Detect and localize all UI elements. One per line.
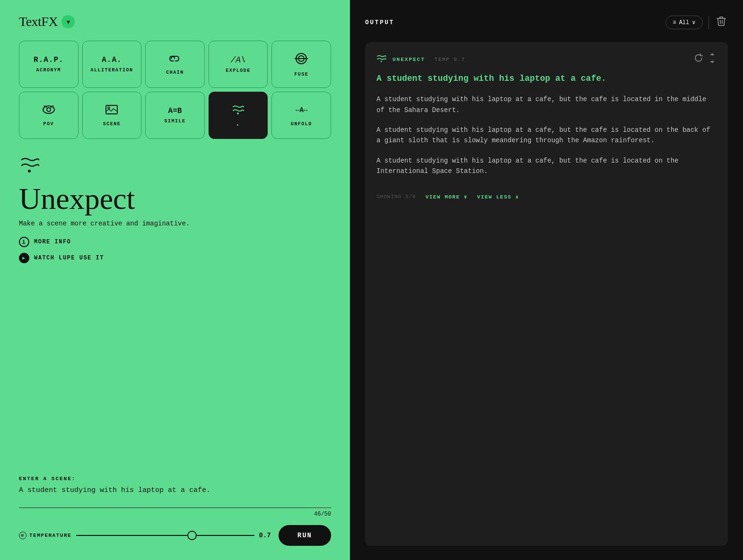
char-count: 46/50 <box>19 511 331 517</box>
input-section: ENTER A SCENE: A student studying with h… <box>19 466 331 546</box>
tool-unfold[interactable]: ↔A↔ UNFOLD <box>271 92 331 139</box>
svg-point-10 <box>381 61 382 62</box>
simile-label: SIMILE <box>164 119 185 124</box>
pov-label: POV <box>44 121 54 127</box>
tool-grid: R.A.P. ACRONYM A.A. ALLITERATION CHAIN /… <box>19 41 331 139</box>
scene-icon <box>105 104 118 118</box>
explode-label: EXPLODE <box>226 68 251 73</box>
more-info-link[interactable]: i MORE INFO <box>19 237 331 247</box>
selected-tool-desc: Make a scene more creative and imaginati… <box>19 220 331 227</box>
filter-label: All <box>679 19 690 26</box>
card-temp: TEMP 0.7 <box>435 57 465 62</box>
temperature-label: ⊙ TEMPERATURE <box>19 532 71 539</box>
app-header: TextFX ▾ <box>19 14 331 29</box>
svg-text:↔A↔: ↔A↔ <box>296 106 308 114</box>
tool-scene[interactable]: SCENE <box>82 92 142 139</box>
view-more-button[interactable]: VIEW MORE ∨ <box>426 194 468 200</box>
temperature-slider[interactable] <box>76 535 254 536</box>
tool-alliteration[interactable]: A.A. ALLITERATION <box>82 41 142 88</box>
fuse-label: FUSE <box>294 72 308 77</box>
rap-label: ACRONYM <box>36 68 61 73</box>
scene-label: SCENE <box>103 121 121 127</box>
input-underline <box>19 508 331 508</box>
dropdown-button[interactable]: ▾ <box>61 15 75 28</box>
scene-input[interactable]: A student studying with his laptop at a … <box>19 486 331 502</box>
svg-point-6 <box>108 107 110 109</box>
tool-chain[interactable]: CHAIN <box>145 41 205 88</box>
selected-tool-section: Unexpect Make a scene more creative and … <box>19 154 331 263</box>
card-tool-name: UNEXPECT <box>393 57 425 62</box>
alliteration-icon: A.A. <box>102 56 122 64</box>
svg-point-7 <box>237 112 239 114</box>
play-icon: ▶ <box>19 253 29 263</box>
svg-rect-5 <box>106 105 117 114</box>
filter-chevron: ∨ <box>692 19 695 26</box>
bottom-controls: ⊙ TEMPERATURE 0.7 RUN <box>19 525 331 546</box>
delete-button[interactable] <box>715 14 728 31</box>
svg-point-3 <box>43 106 54 113</box>
card-header-left: UNEXPECT TEMP 0.7 <box>376 53 465 65</box>
left-panel: TextFX ▾ R.A.P. ACRONYM A.A. ALLITERATIO… <box>0 0 350 560</box>
tool-pov[interactable]: POV <box>19 92 79 139</box>
expand-button[interactable] <box>708 53 717 65</box>
output-controls: ≡ All ∨ <box>665 14 728 31</box>
pov-icon <box>42 104 55 118</box>
info-icon: i <box>19 237 29 247</box>
explode-icon: /A\ <box>230 56 245 64</box>
temperature-thumb[interactable] <box>187 531 197 540</box>
card-header: UNEXPECT TEMP 0.7 <box>376 53 717 65</box>
fuse-icon <box>295 52 308 68</box>
selected-tool-icon <box>19 154 331 180</box>
output-card: UNEXPECT TEMP 0.7 <box>365 42 728 546</box>
alliteration-label: ALLITERATION <box>90 68 133 73</box>
card-actions <box>694 53 717 65</box>
chain-icon <box>169 54 181 66</box>
watch-label: WATCH LUPE USE IT <box>34 255 104 261</box>
run-button[interactable]: RUN <box>279 525 331 546</box>
unfold-label: UNFOLD <box>291 121 312 127</box>
output-title: OUTPUT <box>365 19 394 26</box>
output-item-3: A student studying with his laptop at a … <box>376 155 717 177</box>
tool-fuse[interactable]: FUSE <box>271 41 331 88</box>
showing-count: SHOWING 3/8 <box>376 194 416 199</box>
filter-icon: ≡ <box>673 19 676 26</box>
temperature-value: 0.7 <box>259 532 271 539</box>
selected-tool-name: Unexpect <box>19 184 331 214</box>
temperature-section: ⊙ TEMPERATURE 0.7 <box>19 532 271 539</box>
tool-rap[interactable]: R.A.P. ACRONYM <box>19 41 79 88</box>
controls-divider <box>708 16 709 29</box>
unexpect-icon <box>231 103 245 119</box>
card-tool-icon <box>376 53 387 65</box>
unfold-icon: ↔A↔ <box>295 104 308 118</box>
watch-link[interactable]: ▶ WATCH LUPE USE IT <box>19 253 331 263</box>
right-panel: OUTPUT ≡ All ∨ <box>350 0 743 560</box>
rap-icon: R.A.P. <box>34 56 64 64</box>
card-footer: SHOWING 3/8 VIEW MORE ∨ VIEW LESS ∧ <box>376 186 717 200</box>
output-item-2: A student studying with his laptop at a … <box>376 125 717 146</box>
simile-icon: A=B <box>168 107 182 115</box>
card-title: A student studying with his laptop at a … <box>376 73 717 85</box>
output-item-1: A student studying with his laptop at a … <box>376 94 717 115</box>
svg-point-4 <box>47 108 51 112</box>
refresh-button[interactable] <box>694 53 703 65</box>
tool-explode[interactable]: /A\ EXPLODE <box>209 41 268 88</box>
view-less-button[interactable]: VIEW LESS ∧ <box>477 194 519 200</box>
temperature-icon: ⊙ <box>19 532 26 539</box>
unexpect-label: • <box>236 123 240 128</box>
input-label: ENTER A SCENE: <box>19 476 331 482</box>
info-links: i MORE INFO ▶ WATCH LUPE USE IT <box>19 237 331 263</box>
filter-button[interactable]: ≡ All ∨ <box>665 16 702 29</box>
more-info-label: MORE INFO <box>34 239 71 245</box>
app-logo: TextFX <box>19 14 58 29</box>
tool-simile[interactable]: A=B SIMILE <box>145 92 205 139</box>
chain-label: CHAIN <box>166 70 184 75</box>
svg-point-9 <box>28 170 31 172</box>
output-header: OUTPUT ≡ All ∨ <box>365 14 728 31</box>
tool-unexpect[interactable]: • <box>209 92 268 139</box>
